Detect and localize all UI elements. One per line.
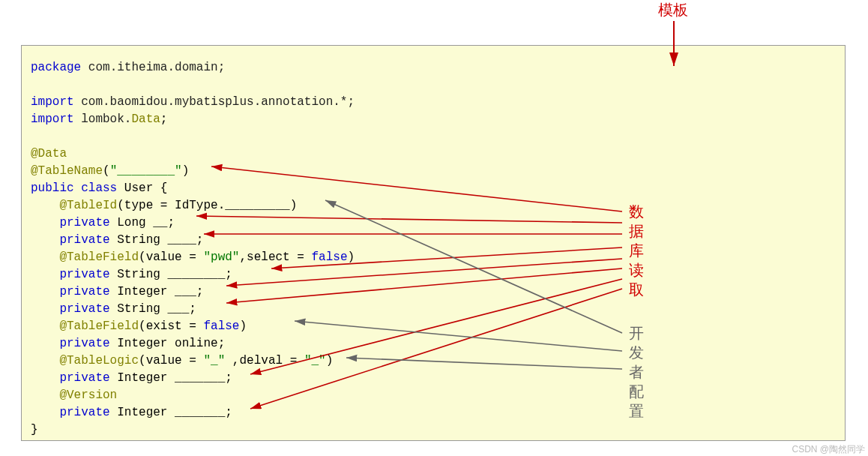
- top-label: 模板: [658, 0, 688, 20]
- side-gray-4: 置: [628, 402, 645, 420]
- side-red-1: 据: [628, 222, 645, 240]
- side-red-4: 取: [628, 280, 645, 298]
- side-gray-2: 者: [628, 363, 645, 381]
- side-red-3: 读: [628, 261, 645, 279]
- side-gray-0: 开: [628, 324, 645, 342]
- code-content: package com.itheima.domain; import com.b…: [31, 59, 836, 439]
- side-red-2: 库: [628, 242, 645, 260]
- side-gray-3: 配: [628, 382, 645, 400]
- side-gray-1: 发: [628, 344, 645, 362]
- watermark: CSDN @陶然同学: [792, 443, 865, 456]
- code-block: package com.itheima.domain; import com.b…: [21, 45, 846, 441]
- side-red-0: 数: [628, 202, 645, 220]
